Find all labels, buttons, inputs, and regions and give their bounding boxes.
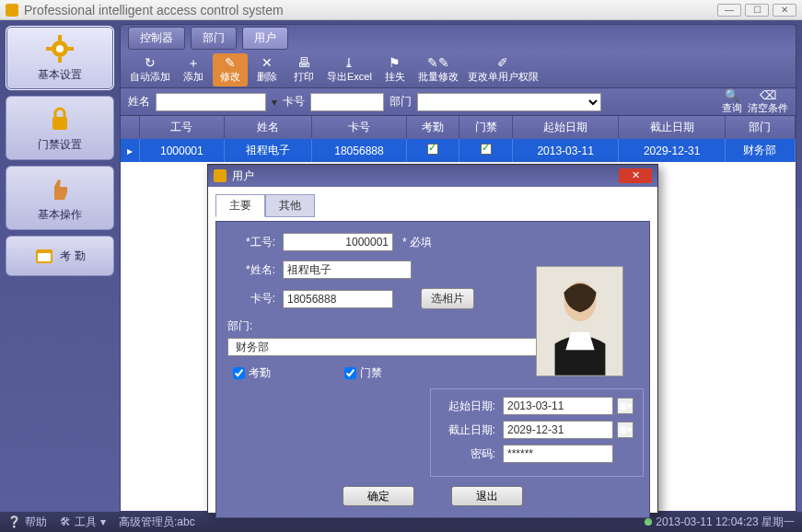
photo-preview: [536, 266, 623, 376]
dialog-tab-main[interactable]: 主要: [215, 194, 265, 217]
id-label: *工号:: [227, 235, 275, 250]
dialog-ok-button[interactable]: 确定: [343, 486, 414, 506]
start-date-input[interactable]: [503, 397, 613, 415]
end-date-input[interactable]: [503, 421, 613, 439]
dialog-cancel-button[interactable]: 退出: [451, 486, 523, 506]
calendar-icon[interactable]: ▦▾: [617, 398, 633, 414]
dialog-title: 用户: [232, 168, 254, 184]
user-icon: [214, 169, 227, 182]
card-label: 卡号:: [227, 291, 275, 306]
dept-select[interactable]: 财务部: [227, 338, 559, 356]
dialog-close-button[interactable]: ✕: [619, 168, 652, 183]
access-subpanel: 起始日期: ▦▾ 截止日期: ▦▾ 密码:: [430, 388, 644, 477]
password-input[interactable]: [503, 445, 613, 463]
start-label: 起始日期:: [440, 399, 495, 414]
end-label: 截止日期:: [440, 422, 495, 438]
pwd-label: 密码:: [440, 446, 495, 462]
dialog-titlebar: 用户 ✕: [208, 165, 657, 187]
access-checkbox[interactable]: 门禁: [344, 365, 382, 381]
id-input[interactable]: [283, 233, 393, 251]
name-input[interactable]: [283, 260, 412, 279]
dept-label: 部门:: [227, 318, 252, 334]
name-label: *姓名:: [227, 262, 275, 278]
dialog-overlay: 用户 ✕ 主要 其他 *工号: * 必填 *姓名: 卡号:: [0, 0, 802, 532]
dialog-tabs: 主要 其他: [215, 194, 650, 217]
calendar-icon[interactable]: ▦▾: [617, 422, 633, 438]
dialog-tab-other[interactable]: 其他: [265, 194, 315, 217]
photo-button[interactable]: 选相片: [421, 288, 474, 309]
attendance-checkbox[interactable]: 考勤: [233, 365, 271, 381]
user-dialog: 用户 ✕ 主要 其他 *工号: * 必填 *姓名: 卡号:: [207, 164, 658, 514]
required-hint: * 必填: [402, 235, 432, 250]
card-input[interactable]: [283, 290, 393, 308]
